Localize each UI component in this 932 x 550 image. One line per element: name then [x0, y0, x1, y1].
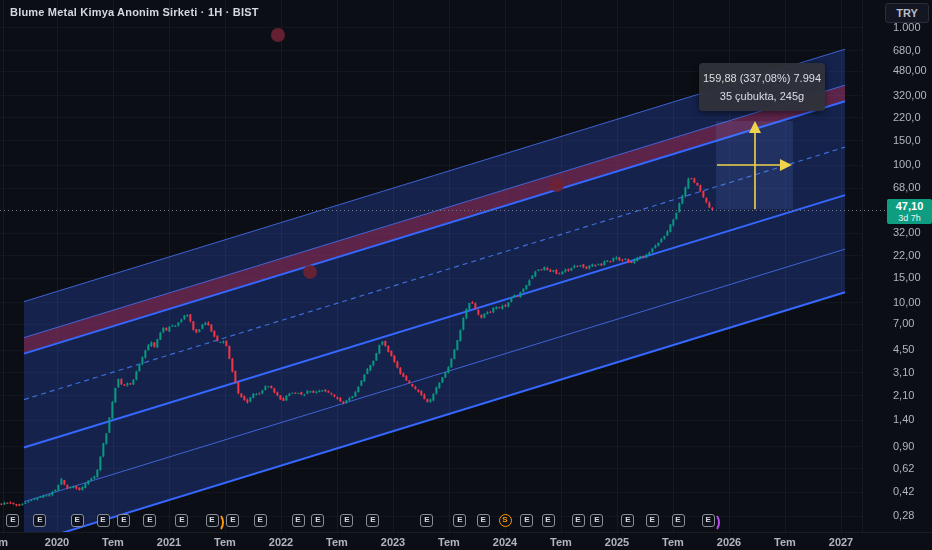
price-tick-label: 7,00 [893, 317, 914, 329]
measure-tooltip-line1: 159,88 (337,08%) 7.994 [703, 69, 821, 87]
earnings-event-badge[interactable]: E [143, 514, 156, 527]
price-tick-label: 2,10 [893, 389, 914, 401]
earnings-event-badge[interactable]: E [366, 514, 379, 527]
price-tick-label: 0,90 [893, 440, 914, 452]
current-price-value: 47,10 [887, 199, 932, 213]
earnings-event-badge[interactable]: E [292, 514, 305, 527]
price-tick-label: 0,42 [893, 485, 914, 497]
time-axis-separator [0, 532, 932, 533]
measure-tooltip-line2: 35 çubukta, 245g [720, 87, 804, 105]
time-tick-label: 2023 [381, 536, 405, 548]
price-tick-label: 10,00 [893, 296, 921, 308]
time-tick-label: Tem [214, 536, 236, 548]
measure-tooltip: 159,88 (337,08%) 7.994 35 çubukta, 245g [699, 63, 825, 111]
earnings-event-badge[interactable]: E [672, 514, 685, 527]
price-tick-label: 320,00 [893, 89, 927, 101]
symbol-title[interactable]: Blume Metal Kimya Anonim Sirketi · 1H · … [10, 6, 259, 18]
time-tick-label: m [0, 536, 8, 548]
time-tick-label: 2025 [605, 536, 629, 548]
time-tick-label: Tem [102, 536, 124, 548]
earnings-event-badge[interactable]: E [453, 514, 466, 527]
current-price-badge: 47,10 3d 7h [887, 199, 932, 224]
earnings-event-badge[interactable]: E [702, 514, 715, 527]
time-tick-label: 2022 [269, 536, 293, 548]
price-tick-label: 68,00 [893, 181, 921, 193]
price-tick-label: 15,00 [893, 271, 921, 283]
price-tick-label: 0,28 [893, 509, 914, 521]
split-event-badge[interactable]: S [499, 514, 512, 527]
earnings-event-badge[interactable]: E [6, 514, 19, 527]
earnings-event-badge[interactable]: E [71, 514, 84, 527]
earnings-event-badge[interactable]: E [420, 514, 433, 527]
earnings-event-badge[interactable]: E [477, 514, 490, 527]
time-tick-label: Tem [774, 536, 796, 548]
earnings-event-badge[interactable]: E [206, 514, 219, 527]
time-tick-label: 2021 [157, 536, 181, 548]
price-tick-label: 0,62 [893, 462, 914, 474]
price-tick-label: 32,00 [893, 226, 921, 238]
earnings-event-badge[interactable]: E [621, 514, 634, 527]
time-tick-label: Tem [550, 536, 572, 548]
time-tick-label: Tem [662, 536, 684, 548]
price-tick-label: 480,00 [893, 64, 927, 76]
earnings-event-badge[interactable]: E [117, 514, 130, 527]
price-tick-label: 1,40 [893, 413, 914, 425]
price-tick-label: 100,0 [893, 158, 921, 170]
earnings-event-badge[interactable]: E [226, 514, 239, 527]
bar-countdown: 3d 7h [887, 213, 932, 223]
price-tick-label: 680,0 [893, 44, 921, 56]
earnings-event-badge[interactable]: E [572, 514, 585, 527]
price-tick-label: 150,0 [893, 134, 921, 146]
time-tick-label: 2024 [493, 536, 517, 548]
price-tick-label: 220,0 [893, 111, 921, 123]
earnings-event-badge[interactable]: E [340, 514, 353, 527]
earnings-event-badge[interactable]: E [520, 514, 533, 527]
price-tick-label: 22,00 [893, 249, 921, 261]
earnings-event-badge[interactable]: E [646, 514, 659, 527]
time-tick-label: 2027 [829, 536, 853, 548]
time-tick-label: 2026 [717, 536, 741, 548]
earnings-event-badge[interactable]: E [97, 514, 110, 527]
earnings-event-badge[interactable]: E [542, 514, 555, 527]
time-tick-label: 2020 [45, 536, 69, 548]
chart-window: Blume Metal Kimya Anonim Sirketi · 1H · … [0, 0, 932, 550]
currency-toggle-button[interactable]: TRY [885, 3, 929, 23]
time-tick-label: Tem [438, 536, 460, 548]
price-axis-separator [862, 0, 863, 532]
price-tick-label: 3,10 [893, 366, 914, 378]
earnings-event-badge[interactable]: E [254, 514, 267, 527]
price-tick-label: 4,50 [893, 343, 914, 355]
earnings-event-badge[interactable]: E [590, 514, 603, 527]
time-tick-label: Tem [326, 536, 348, 548]
earnings-event-badge[interactable]: E [311, 514, 324, 527]
earnings-event-badge[interactable]: E [33, 514, 46, 527]
earnings-event-badge[interactable]: E [175, 514, 188, 527]
